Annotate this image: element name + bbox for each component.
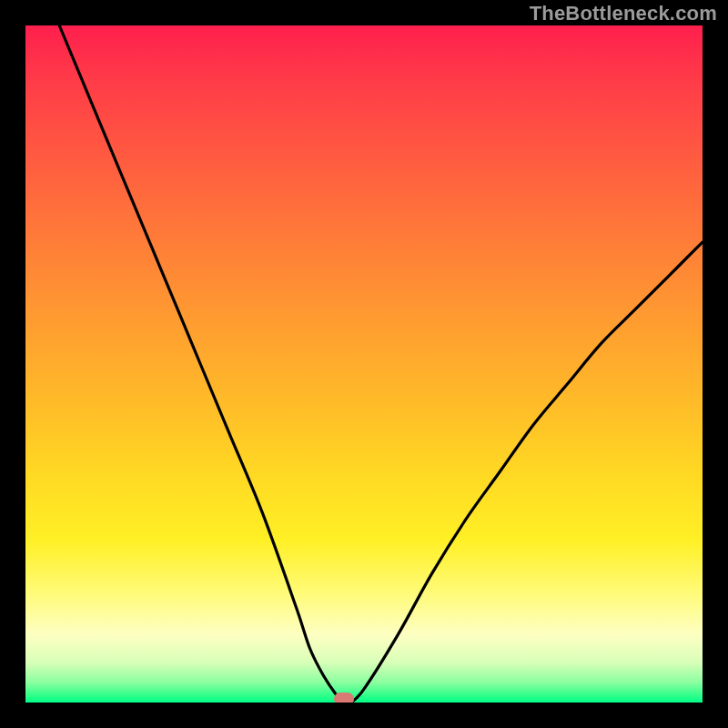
bottleneck-curve (25, 25, 703, 703)
optimal-point-marker (334, 693, 354, 703)
chart-frame: TheBottleneck.com (0, 0, 728, 728)
plot-area (25, 25, 703, 703)
watermark-text: TheBottleneck.com (530, 2, 717, 25)
